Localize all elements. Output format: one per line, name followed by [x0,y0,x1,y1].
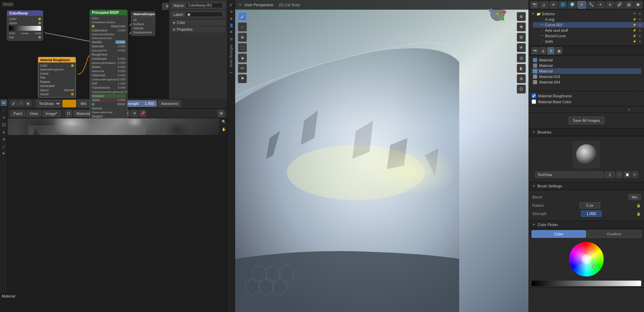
vp-rt-zoom[interactable]: ⊞ [517,33,526,42]
rp-tab-scene[interactable]: 🌐 [559,1,567,9]
rp-tab-object[interactable]: ⚙ [577,1,586,9]
draw-tool-icon[interactable]: ✏ [1,100,7,106]
blend-value[interactable]: Mix [628,194,641,200]
prop-color-section[interactable]: ▶ Color ⋮⋮ [171,20,225,26]
rp-tab-output[interactable]: 🖨 [540,1,548,9]
strength-lock-icon[interactable]: 🔒 [636,212,641,216]
rp-tab-constraints[interactable]: 🔗 [615,1,624,9]
vp-rt-overlay[interactable]: ⊛ [517,74,526,83]
prop-name-value[interactable]: ColorRamp.001 [186,3,223,8]
grab-tool-icon[interactable]: ✥ [1,136,7,142]
strength-value[interactable]: 1.000 [581,211,602,217]
rp-tab-physics[interactable]: ⊛ [606,1,614,9]
vp-annot-icon[interactable]: ✏ [238,64,247,73]
toolbar-mode-icon[interactable]: 🖌 [10,100,17,106]
colorramp-fac-socket[interactable] [38,36,41,39]
prop-label-value[interactable]: ▣ [185,12,223,17]
brushes-section-header[interactable]: ▼ Brushes [529,128,644,136]
vp-rt-shading[interactable]: ◐ [517,64,526,73]
tree-item-bolts[interactable]: ⋰ bolts ⚡ ◎ [533,39,644,44]
p-base-socket[interactable] [92,25,94,28]
node-matoutput[interactable]: MaterialOutput All Surface Volume Displa… [131,11,155,36]
vp-rt-view[interactable]: 👁 [517,43,526,52]
sl-icon4[interactable]: 👤 [228,22,234,28]
toolbar-mode-select[interactable]: TexDraw [36,100,61,107]
fill-tool-icon[interactable]: ⬛ [1,121,7,128]
sl-icon7[interactable]: ✏ [228,69,234,76]
tree-item-curve001[interactable]: 〰 Curve.001 ⚡ ◎ [533,22,644,28]
rp-tab-particles[interactable]: ✦ [596,1,605,9]
brush-check-icon[interactable]: ✓ [616,172,623,178]
brush-copy-icon[interactable]: 📋 [624,172,630,178]
radius-value[interactable]: 5 px [580,202,600,208]
paint-btn[interactable]: Paint [10,110,25,117]
brush-settings-header[interactable]: ▼ Brush Settings [529,182,644,190]
tree-item-axle[interactable]: ⋰ Axle and stuff ⚡ ◎ [533,28,644,33]
mat-basecolor-check[interactable] [532,99,536,104]
image-btn[interactable]: Image* [42,110,61,117]
props-icon-render[interactable]: 📷 [532,47,539,54]
img-icon1[interactable]: ⊡ [65,110,72,117]
material-item-044[interactable]: Material.044 [532,79,641,85]
img-expand-icon[interactable]: ⊞ [218,110,224,117]
brush-del-icon[interactable]: ✕ [632,172,638,178]
vp-rt-render[interactable]: ◎ [517,53,526,62]
mr-color-socket[interactable] [71,64,74,67]
brush-name-input[interactable] [535,172,603,178]
toolbar-color-icon[interactable]: ◉ [25,100,31,106]
pan-icon[interactable]: ✋ [221,126,227,132]
vp-rt-xray[interactable]: ⊡ [517,85,526,94]
node-colorramp[interactable]: ColorRamp Color Alpha RGB Linear 1000 Fa… [7,10,43,41]
color-gradient-bar[interactable] [532,281,641,286]
tree-item-rtsvg[interactable]: ⋰ rt.svg ⚡ ◎ [533,17,644,22]
annotate-tool-icon[interactable]: 🖊 [1,143,7,149]
colorramp-color-socket[interactable] [38,18,41,20]
cp-color-btn[interactable]: Color [532,230,586,238]
vp-paint-icon[interactable]: 🖌 [238,12,247,21]
toolbar-tool-icon2[interactable]: ○ [18,100,24,106]
zoom-icon[interactable]: 🔍 [221,118,227,125]
p-bsdf-socket[interactable] [92,103,94,106]
mr-vector-socket[interactable] [71,93,74,96]
sl-icon3[interactable]: ◈ [228,15,234,21]
vp-clone-icon[interactable]: ⊕ [238,33,247,42]
rp-tab-data[interactable]: ▦ [624,1,633,9]
rp-tab-render[interactable]: 📷 [530,1,539,9]
color-wheel-dot[interactable] [592,265,595,268]
props-icon-output[interactable]: 🖨 [540,47,546,54]
rp-tab-modifier[interactable]: 🔧 [587,1,595,9]
color-picker-header[interactable]: ▼ Color Picker [529,221,644,229]
sample-tool-icon[interactable]: ◈ [1,129,7,135]
toolbar-advanced-btn[interactable]: Advanced [158,100,181,107]
view-btn[interactable]: View [27,110,41,117]
props-icon-active[interactable]: ⚙ [547,47,554,54]
rp-tab-world[interactable]: 🌍 [568,1,576,9]
radius-lock-icon[interactable]: 🔒 [636,204,641,207]
sl-icon1[interactable]: 🖌 [228,1,234,8]
material-item-018[interactable]: Material.018 [532,74,641,79]
rp-tab-view[interactable]: 👁 [549,1,558,9]
node-wrangler-label[interactable]: Node Wrangler [229,43,234,69]
vp-blur-icon[interactable]: ○ [238,22,247,31]
node-matroughness[interactable]: Material Roughness Color MaterialRoughne… [38,57,76,98]
material-item-3[interactable]: Material [532,68,641,74]
img-pin-icon[interactable]: 📌 [139,110,146,117]
clone-tool-icon[interactable]: ⊕ [1,114,7,120]
toolbar-color-swatch[interactable] [62,100,76,107]
vp-sample-icon[interactable]: ◈ [238,53,247,62]
colorramp-alpha-socket[interactable] [38,22,41,25]
blur-tool-icon[interactable]: ○ [1,107,7,113]
prop-properties-section[interactable]: ▶ Properties [171,27,225,32]
vp-fill-icon[interactable]: ⬛ [238,43,247,52]
vp-rt-orbit[interactable]: ⊕ [517,12,526,21]
sl-icon6[interactable]: ⊞ [228,36,234,42]
tree-item-bezier[interactable]: 〰 BezierCurve ⚡ ◎ [533,33,644,39]
material-item-1[interactable]: Material [532,57,641,63]
gizmo-center[interactable] [496,13,499,15]
rp-tab-material[interactable]: ⬟ [634,1,643,9]
sl-icon5[interactable]: ⚑ [228,29,234,35]
vp-rt-pan[interactable]: ✥ [517,22,526,31]
mat-roughness-check[interactable] [532,94,536,98]
save-all-button[interactable]: Save All Images [568,117,605,124]
tree-item-exterior[interactable]: ▼ 📁 Exterior 👁 ◎ [529,11,644,17]
